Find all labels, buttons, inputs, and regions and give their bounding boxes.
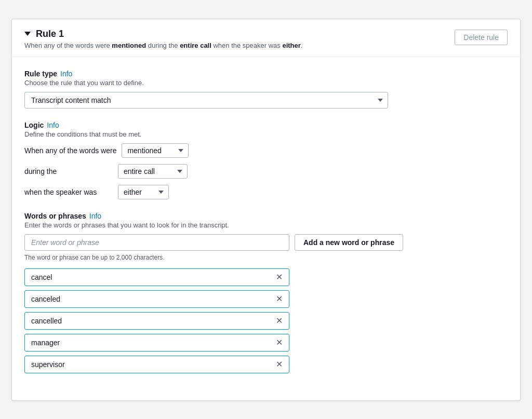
logic-speaker-select[interactable]: either agent customer (118, 185, 169, 199)
logic-label: Logic Info (24, 121, 508, 129)
rule-title: Rule 1 (24, 29, 302, 39)
logic-mentioned-select[interactable]: mentioned not mentioned (122, 143, 189, 158)
logic-section: Logic Info Define the conditions that mu… (24, 121, 508, 199)
logic-row-2: during the entire call first quarter sec… (24, 164, 508, 179)
rule-type-select[interactable]: Transcript content match (24, 92, 388, 109)
rule-type-label: Rule type Info (24, 70, 508, 78)
tag-text: cancelled (31, 317, 62, 325)
rule-type-title: Rule type (24, 70, 57, 78)
logic-row2-label: during the (24, 167, 113, 175)
subtitle-mentioned: mentioned (112, 42, 146, 49)
rule-type-description: Choose the rule that you want to define. (24, 79, 508, 87)
delete-rule-button[interactable]: Delete rule (455, 30, 508, 45)
logic-row-1: When any of the words were mentioned not… (24, 143, 508, 158)
rule-subtitle: When any of the words were mentioned dur… (24, 42, 302, 49)
logic-row1-select-wrapper: mentioned not mentioned (122, 143, 189, 158)
tags-list: cancel ✕ canceled ✕ cancelled ✕ manager … (24, 268, 508, 373)
tag-item: supervisor ✕ (24, 356, 289, 373)
tag-remove-button[interactable]: ✕ (276, 317, 283, 325)
tag-text: canceled (31, 295, 60, 303)
logic-row3-select-wrapper: either agent customer (118, 185, 169, 199)
subtitle-suffix: . (301, 42, 303, 49)
words-info-link[interactable]: Info (89, 212, 101, 220)
words-title: Words or phrases (24, 212, 86, 220)
tag-text: manager (31, 339, 60, 347)
rule-type-select-wrapper: Transcript content match (24, 92, 388, 109)
rule-type-section: Rule type Info Choose the rule that you … (24, 70, 508, 109)
rule-type-info-link[interactable]: Info (60, 70, 72, 78)
tag-remove-button[interactable]: ✕ (276, 273, 283, 281)
tag-item: manager ✕ (24, 334, 289, 352)
rule-card: Rule 1 When any of the words were mentio… (11, 19, 521, 401)
rule-header: Rule 1 When any of the words were mentio… (12, 19, 520, 57)
subtitle-call: entire call (180, 42, 211, 49)
rule-body: Rule type Info Choose the rule that you … (12, 57, 520, 400)
logic-description: Define the conditions that must be met. (24, 130, 508, 138)
rule-title-block: Rule 1 When any of the words were mentio… (24, 29, 302, 49)
tag-item: cancelled ✕ (24, 312, 289, 330)
word-phrase-input[interactable] (24, 234, 289, 251)
char-limit-hint: The word or phrase can be up to 2,000 ch… (24, 254, 508, 261)
collapse-icon[interactable] (24, 32, 31, 36)
logic-call-select[interactable]: entire call first quarter second quarter… (118, 164, 188, 179)
subtitle-speaker: either (282, 42, 300, 49)
logic-row2-select-wrapper: entire call first quarter second quarter… (118, 164, 188, 179)
tag-remove-button[interactable]: ✕ (276, 295, 283, 303)
tag-text: supervisor (31, 360, 65, 369)
tag-item: canceled ✕ (24, 290, 289, 308)
add-phrase-button[interactable]: Add a new word or phrase (295, 234, 403, 251)
logic-row3-label: when the speaker was (24, 188, 113, 196)
tag-item: cancel ✕ (24, 268, 289, 286)
word-input-row: Add a new word or phrase (24, 234, 508, 251)
words-label: Words or phrases Info (24, 212, 508, 220)
tag-remove-button[interactable]: ✕ (276, 339, 283, 347)
subtitle-prefix: When any of the words were (24, 42, 112, 49)
logic-row-3: when the speaker was either agent custom… (24, 185, 508, 199)
words-section: Words or phrases Info Enter the words or… (24, 212, 508, 373)
logic-info-link[interactable]: Info (47, 121, 59, 129)
logic-row1-label: When any of the words were (24, 146, 116, 155)
words-description: Enter the words or phrases that you want… (24, 221, 508, 229)
tag-text: cancel (31, 273, 52, 281)
tag-remove-button[interactable]: ✕ (276, 360, 283, 369)
subtitle-speaker-prefix: when the speaker was (211, 42, 283, 49)
rule-title-text: Rule 1 (36, 29, 64, 39)
subtitle-middle: during the (146, 42, 180, 49)
logic-title: Logic (24, 121, 44, 129)
